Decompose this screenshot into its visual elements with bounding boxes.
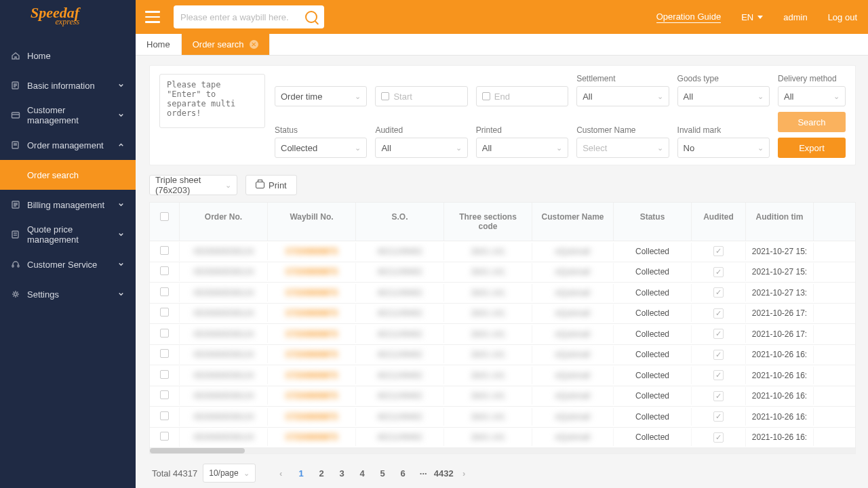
row-checkbox[interactable] (160, 411, 169, 420)
select-all-checkbox[interactable] (160, 212, 169, 221)
so: 4021249482 (377, 329, 422, 339)
delivery-select[interactable]: All⌄ (778, 86, 846, 106)
start-date-input[interactable] (375, 86, 467, 106)
col-audited: Audited (692, 203, 746, 241)
table-row: XE00000038124C72X000087340212494822b01-1… (150, 365, 855, 386)
row-checkbox[interactable] (160, 432, 169, 441)
language-label: EN (741, 12, 753, 22)
status: Collected (614, 367, 692, 384)
sheet-type-select[interactable]: Triple sheet (76x203)⌄ (149, 175, 237, 195)
row-checkbox[interactable] (160, 329, 169, 338)
waybill-no[interactable]: C72X0000873 (285, 288, 338, 298)
waybill-no[interactable]: C72X0000873 (285, 329, 338, 339)
page-4432[interactable]: 4432 (433, 464, 454, 483)
language-selector[interactable]: EN (741, 12, 763, 22)
sidebar-item-label: Home (27, 51, 51, 61)
sidebar-item-customer-service[interactable]: Customer Service (0, 249, 136, 279)
printed-select[interactable]: All⌄ (476, 138, 568, 158)
waybill-no[interactable]: C72X0000873 (285, 371, 338, 380)
invalid-select[interactable]: No⌄ (677, 138, 770, 158)
printer-icon (256, 182, 264, 188)
sidebar-subitem-order-search[interactable]: Order search (0, 160, 136, 190)
status: Collected (614, 243, 692, 260)
close-icon[interactable]: ✕ (250, 40, 258, 49)
row-checkbox[interactable] (160, 308, 169, 317)
order-no: XE00000038124 (193, 267, 254, 277)
waybill-no[interactable]: C72X0000873 (285, 432, 338, 442)
status: Collected (614, 346, 692, 363)
row-checkbox[interactable] (160, 266, 169, 275)
menu-toggle-icon[interactable] (145, 11, 160, 23)
waybill-no[interactable]: C72X0000873 (285, 267, 338, 277)
end-date-input[interactable] (476, 86, 568, 106)
audition-time: 2021-10-26 17: (746, 325, 814, 343)
goods-type-select[interactable]: All⌄ (677, 86, 770, 106)
export-button[interactable]: Export (778, 138, 846, 158)
row-checkbox[interactable] (160, 349, 169, 358)
order-no: XE00000038124 (193, 391, 254, 401)
row-checkbox[interactable] (160, 246, 169, 255)
so: 4021249482 (377, 288, 422, 298)
three-sections: 2b01-141 (471, 247, 505, 256)
end-date-field[interactable] (494, 92, 562, 102)
chevron-down-icon: ⌄ (556, 144, 562, 152)
logout-link[interactable]: Log out (828, 12, 857, 22)
audited-select[interactable]: All⌄ (375, 138, 467, 158)
tab-home[interactable]: Home (136, 34, 182, 55)
operation-guide-link[interactable]: Operation Guide (656, 12, 721, 23)
waybill-search[interactable] (174, 5, 324, 28)
search-button[interactable]: Search (778, 112, 846, 132)
waybill-search-input[interactable] (180, 12, 305, 22)
multi-order-input[interactable] (159, 74, 265, 128)
prev-page[interactable]: ‹ (271, 464, 291, 483)
customer-select[interactable]: Select⌄ (576, 138, 669, 158)
waybill-no[interactable]: C72X0000873 (285, 247, 338, 256)
row-checkbox[interactable] (160, 390, 169, 399)
chevron-down-icon: ⌄ (355, 92, 361, 101)
tab-order-search[interactable]: Order search✕ (182, 34, 270, 55)
col-audition-time: Audition tim (746, 203, 814, 241)
audited-checkbox: ✓ (713, 287, 724, 298)
sidebar-item-label: Billing management (27, 200, 104, 210)
waybill-no[interactable]: C72X0000873 (285, 308, 338, 318)
page-5[interactable]: 5 (372, 464, 393, 483)
order-time-select[interactable]: Order time⌄ (275, 86, 367, 106)
page-6[interactable]: 6 (393, 464, 413, 483)
search-icon[interactable] (305, 11, 317, 23)
status: Collected (614, 428, 692, 446)
row-checkbox[interactable] (160, 287, 169, 296)
sidebar-item-billing-management[interactable]: Billing management (0, 190, 136, 220)
so: 4021249482 (377, 412, 422, 422)
waybill-no[interactable]: C72X0000873 (285, 391, 338, 401)
sidebar-item-customer-management[interactable]: Customer management (0, 100, 136, 130)
so: 4021249482 (377, 247, 422, 256)
waybill-no[interactable]: C72X0000873 (285, 412, 338, 422)
page-size-select[interactable]: 10/page⌄ (203, 464, 256, 483)
sidebar-item-quote-price-management[interactable]: Quote price management (0, 220, 136, 249)
status-select[interactable]: Collected⌄ (275, 138, 367, 158)
sidebar-item-settings[interactable]: Settings (0, 279, 136, 309)
page-3[interactable]: 3 (332, 464, 352, 483)
col-order-no: Order No. (180, 203, 268, 241)
sidebar-item-home[interactable]: Home (0, 41, 136, 70)
col-customer: Customer Name (532, 203, 614, 241)
page-4[interactable]: 4 (352, 464, 372, 483)
start-date-field[interactable] (393, 92, 461, 102)
page-1[interactable]: 1 (291, 464, 311, 483)
audited-checkbox: ✓ (713, 391, 724, 401)
audited-label: Audited (375, 125, 467, 135)
horizontal-scrollbar[interactable] (150, 448, 855, 453)
waybill-no[interactable]: C72X0000873 (285, 350, 338, 359)
row-checkbox[interactable] (160, 370, 169, 379)
customer-name: eQubmall (555, 412, 590, 422)
sidebar-item-order-management[interactable]: Order management (0, 130, 136, 160)
sidebar-item-basic-information[interactable]: Basic information (0, 70, 136, 100)
settlement-select[interactable]: All⌄ (576, 86, 669, 106)
customer-label: Customer Name (576, 125, 669, 135)
quote-icon (11, 230, 20, 239)
user-label[interactable]: admin (783, 12, 807, 22)
next-page[interactable]: › (454, 464, 474, 483)
page-2[interactable]: 2 (311, 464, 332, 483)
status-label: Status (275, 125, 367, 135)
print-button[interactable]: Print (245, 175, 297, 195)
